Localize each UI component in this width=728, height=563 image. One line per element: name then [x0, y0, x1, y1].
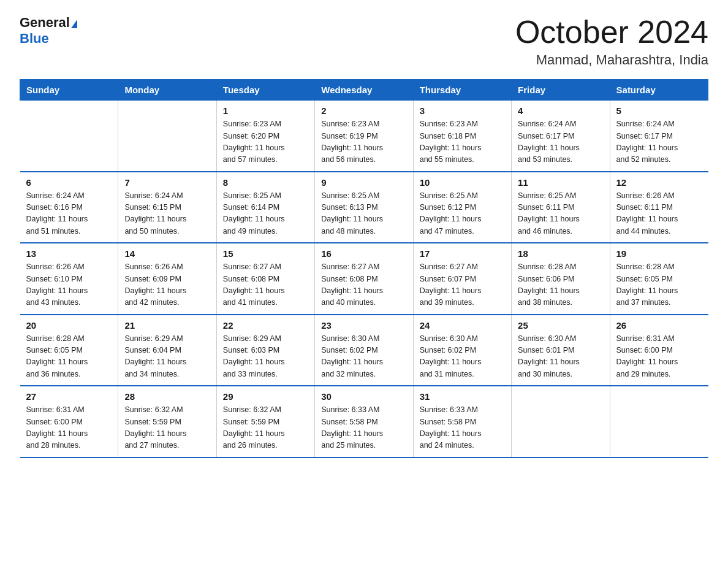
- day-number: 17: [420, 248, 505, 259]
- day-info: Sunrise: 6:29 AMSunset: 6:03 PMDaylight:…: [223, 333, 308, 381]
- day-number: 1: [223, 105, 308, 116]
- calendar-cell: 24Sunrise: 6:30 AMSunset: 6:02 PMDayligh…: [413, 315, 511, 386]
- calendar-cell: 2Sunrise: 6:23 AMSunset: 6:19 PMDaylight…: [315, 101, 413, 172]
- calendar-cell: 12Sunrise: 6:26 AMSunset: 6:11 PMDayligh…: [610, 172, 708, 243]
- header-wednesday: Wednesday: [315, 80, 413, 101]
- day-info: Sunrise: 6:26 AMSunset: 6:10 PMDaylight:…: [26, 261, 112, 309]
- calendar-cell: 4Sunrise: 6:24 AMSunset: 6:17 PMDaylight…: [512, 101, 610, 172]
- calendar-cell: 11Sunrise: 6:25 AMSunset: 6:11 PMDayligh…: [512, 172, 610, 243]
- calendar-table: SundayMondayTuesdayWednesdayThursdayFrid…: [20, 79, 708, 458]
- day-number: 10: [420, 177, 505, 188]
- day-number: 25: [518, 320, 603, 331]
- day-number: 9: [321, 177, 406, 188]
- calendar-cell: 23Sunrise: 6:30 AMSunset: 6:02 PMDayligh…: [315, 315, 413, 386]
- day-number: 16: [321, 248, 406, 259]
- day-number: 15: [223, 248, 308, 259]
- logo: General Blue: [20, 15, 77, 47]
- day-info: Sunrise: 6:30 AMSunset: 6:02 PMDaylight:…: [321, 333, 406, 381]
- calendar-cell: 21Sunrise: 6:29 AMSunset: 6:04 PMDayligh…: [118, 315, 216, 386]
- location-label: Manmad, Maharashtra, India: [515, 52, 708, 68]
- day-info: Sunrise: 6:32 AMSunset: 5:59 PMDaylight:…: [223, 404, 308, 452]
- day-number: 23: [321, 320, 406, 331]
- day-number: 26: [616, 320, 702, 331]
- calendar-cell: 6Sunrise: 6:24 AMSunset: 6:16 PMDaylight…: [20, 172, 118, 243]
- day-number: 2: [321, 105, 406, 116]
- calendar-week-row: 20Sunrise: 6:28 AMSunset: 6:05 PMDayligh…: [20, 315, 708, 386]
- day-number: 30: [321, 391, 406, 402]
- day-info: Sunrise: 6:33 AMSunset: 5:58 PMDaylight:…: [321, 404, 406, 452]
- calendar-week-row: 13Sunrise: 6:26 AMSunset: 6:10 PMDayligh…: [20, 243, 708, 315]
- day-number: 13: [26, 248, 112, 259]
- calendar-cell: 22Sunrise: 6:29 AMSunset: 6:03 PMDayligh…: [216, 315, 314, 386]
- day-number: 6: [26, 177, 112, 188]
- day-info: Sunrise: 6:23 AMSunset: 6:20 PMDaylight:…: [223, 118, 308, 166]
- calendar-cell: 25Sunrise: 6:30 AMSunset: 6:01 PMDayligh…: [512, 315, 610, 386]
- day-info: Sunrise: 6:24 AMSunset: 6:16 PMDaylight:…: [26, 190, 112, 238]
- day-number: 24: [420, 320, 505, 331]
- day-info: Sunrise: 6:25 AMSunset: 6:12 PMDaylight:…: [420, 190, 505, 238]
- calendar-header-row: SundayMondayTuesdayWednesdayThursdayFrid…: [20, 80, 708, 101]
- calendar-cell: 16Sunrise: 6:27 AMSunset: 6:08 PMDayligh…: [315, 243, 413, 315]
- day-info: Sunrise: 6:25 AMSunset: 6:14 PMDaylight:…: [223, 190, 308, 238]
- day-number: 7: [124, 177, 210, 188]
- calendar-cell: [512, 386, 610, 458]
- day-info: Sunrise: 6:32 AMSunset: 5:59 PMDaylight:…: [124, 404, 210, 452]
- calendar-cell: 29Sunrise: 6:32 AMSunset: 5:59 PMDayligh…: [216, 386, 314, 458]
- day-number: 22: [223, 320, 308, 331]
- day-number: 19: [616, 248, 702, 259]
- header-monday: Monday: [118, 80, 216, 101]
- day-number: 18: [518, 248, 603, 259]
- day-number: 8: [223, 177, 308, 188]
- day-number: 27: [26, 391, 112, 402]
- logo-general-text: General: [20, 15, 70, 31]
- calendar-cell: 14Sunrise: 6:26 AMSunset: 6:09 PMDayligh…: [118, 243, 216, 315]
- calendar-cell: 8Sunrise: 6:25 AMSunset: 6:14 PMDaylight…: [216, 172, 314, 243]
- day-number: 29: [223, 391, 308, 402]
- logo-blue-text: Blue: [20, 31, 49, 47]
- day-info: Sunrise: 6:33 AMSunset: 5:58 PMDaylight:…: [420, 404, 505, 452]
- calendar-cell: [118, 101, 216, 172]
- day-info: Sunrise: 6:24 AMSunset: 6:17 PMDaylight:…: [518, 118, 603, 166]
- day-number: 12: [616, 177, 702, 188]
- day-number: 31: [420, 391, 505, 402]
- day-info: Sunrise: 6:28 AMSunset: 6:05 PMDaylight:…: [616, 261, 702, 309]
- header-thursday: Thursday: [413, 80, 511, 101]
- calendar-cell: 17Sunrise: 6:27 AMSunset: 6:07 PMDayligh…: [413, 243, 511, 315]
- day-number: 3: [420, 105, 505, 116]
- calendar-cell: 30Sunrise: 6:33 AMSunset: 5:58 PMDayligh…: [315, 386, 413, 458]
- day-number: 4: [518, 105, 603, 116]
- day-info: Sunrise: 6:25 AMSunset: 6:11 PMDaylight:…: [518, 190, 603, 238]
- day-info: Sunrise: 6:24 AMSunset: 6:17 PMDaylight:…: [616, 118, 702, 166]
- calendar-cell: 10Sunrise: 6:25 AMSunset: 6:12 PMDayligh…: [413, 172, 511, 243]
- day-info: Sunrise: 6:26 AMSunset: 6:09 PMDaylight:…: [124, 261, 210, 309]
- day-info: Sunrise: 6:26 AMSunset: 6:11 PMDaylight:…: [616, 190, 702, 238]
- day-number: 11: [518, 177, 603, 188]
- calendar-cell: 13Sunrise: 6:26 AMSunset: 6:10 PMDayligh…: [20, 243, 118, 315]
- header: General Blue October 2024 Manmad, Mahara…: [20, 15, 708, 68]
- calendar-cell: 7Sunrise: 6:24 AMSunset: 6:15 PMDaylight…: [118, 172, 216, 243]
- day-info: Sunrise: 6:28 AMSunset: 6:05 PMDaylight:…: [26, 333, 112, 381]
- calendar-week-row: 6Sunrise: 6:24 AMSunset: 6:16 PMDaylight…: [20, 172, 708, 243]
- calendar-cell: 1Sunrise: 6:23 AMSunset: 6:20 PMDaylight…: [216, 101, 314, 172]
- calendar-cell: 26Sunrise: 6:31 AMSunset: 6:00 PMDayligh…: [610, 315, 708, 386]
- day-number: 5: [616, 105, 702, 116]
- calendar-cell: 20Sunrise: 6:28 AMSunset: 6:05 PMDayligh…: [20, 315, 118, 386]
- logo-triangle-icon: [71, 20, 77, 28]
- header-saturday: Saturday: [610, 80, 708, 101]
- day-info: Sunrise: 6:29 AMSunset: 6:04 PMDaylight:…: [124, 333, 210, 381]
- day-number: 21: [124, 320, 210, 331]
- day-info: Sunrise: 6:24 AMSunset: 6:15 PMDaylight:…: [124, 190, 210, 238]
- day-info: Sunrise: 6:30 AMSunset: 6:01 PMDaylight:…: [518, 333, 603, 381]
- calendar-cell: 31Sunrise: 6:33 AMSunset: 5:58 PMDayligh…: [413, 386, 511, 458]
- day-info: Sunrise: 6:27 AMSunset: 6:08 PMDaylight:…: [321, 261, 406, 309]
- calendar-cell: 18Sunrise: 6:28 AMSunset: 6:06 PMDayligh…: [512, 243, 610, 315]
- header-tuesday: Tuesday: [216, 80, 314, 101]
- header-sunday: Sunday: [20, 80, 118, 101]
- day-info: Sunrise: 6:23 AMSunset: 6:18 PMDaylight:…: [420, 118, 505, 166]
- calendar-cell: 15Sunrise: 6:27 AMSunset: 6:08 PMDayligh…: [216, 243, 314, 315]
- day-info: Sunrise: 6:23 AMSunset: 6:19 PMDaylight:…: [321, 118, 406, 166]
- day-info: Sunrise: 6:31 AMSunset: 6:00 PMDaylight:…: [616, 333, 702, 381]
- day-info: Sunrise: 6:31 AMSunset: 6:00 PMDaylight:…: [26, 404, 112, 452]
- day-info: Sunrise: 6:27 AMSunset: 6:08 PMDaylight:…: [223, 261, 308, 309]
- calendar-cell: [20, 101, 118, 172]
